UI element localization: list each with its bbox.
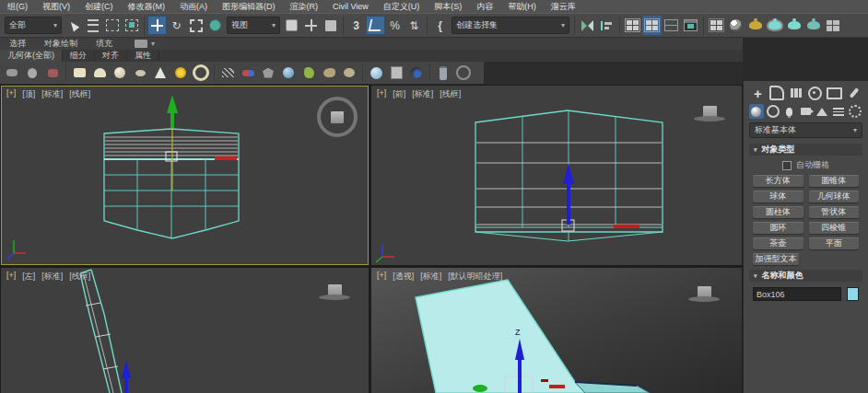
viewport-left[interactable]: [+] [左] [标准] [线框] (1, 268, 369, 393)
shell-icon[interactable] (339, 64, 359, 82)
menu-scripting[interactable]: 脚本(S) (427, 0, 469, 13)
object-color-swatch[interactable] (847, 287, 859, 301)
material-editor-icon[interactable] (726, 16, 745, 35)
autogrid-checkbox[interactable]: 自动栅格 (749, 159, 862, 171)
viewport-top[interactable]: [+] [顶] [标准] [线框] (1, 86, 369, 265)
viewcube[interactable] (688, 286, 720, 302)
paint-select-icon[interactable] (22, 64, 42, 82)
viewport-menu-pov[interactable]: [前] (393, 88, 405, 100)
globe-icon[interactable] (278, 64, 299, 82)
plane-button[interactable]: 平面 (809, 237, 860, 249)
wireframe-object[interactable] (80, 270, 122, 393)
viewport-menu-standard[interactable]: [标准] (41, 271, 63, 283)
lattice-icon[interactable] (217, 64, 238, 82)
render-setup-icon[interactable] (745, 16, 765, 35)
viewcube[interactable] (319, 284, 350, 300)
sphere-button[interactable]: 球体 (753, 191, 803, 202)
move-gizmo[interactable] (563, 163, 574, 225)
curve-editor-icon[interactable] (662, 16, 681, 35)
menu-graph-editors[interactable]: 图形编辑器(D) (215, 0, 283, 13)
torus-button[interactable]: 圆环 (753, 222, 803, 234)
category-cameras-icon[interactable] (799, 104, 814, 119)
capsule-icon[interactable] (238, 64, 258, 82)
use-pivot-point-center-icon[interactable] (282, 16, 301, 35)
select-by-color-icon[interactable] (42, 64, 63, 82)
ribbon-show-panels-icon[interactable] (135, 40, 147, 48)
select-and-scale-icon[interactable] (186, 16, 205, 35)
object-name-input[interactable] (753, 287, 841, 301)
menu-content[interactable]: 内容 (469, 0, 500, 13)
select-and-manipulate-icon[interactable] (301, 16, 321, 35)
ribbon-panel-align[interactable]: 对齐 (95, 50, 127, 62)
toggle-layer-explorer-icon[interactable] (642, 16, 662, 35)
menu-views[interactable]: 视图(V) (35, 0, 77, 13)
viewcube[interactable] (317, 97, 358, 137)
clipboard-icon[interactable] (386, 64, 406, 82)
tab-modify[interactable] (768, 85, 786, 101)
menu-liuyunku-plugin[interactable]: 溜云库 (544, 0, 583, 13)
category-space-warps-icon[interactable] (831, 104, 846, 119)
select-and-rotate-icon[interactable]: ↻ (167, 16, 186, 35)
viewport-menu-general[interactable]: [+] (377, 271, 386, 283)
primitive-category-dropdown[interactable]: 标准基本体 ▾ (749, 122, 862, 138)
viewport-perspective-canvas[interactable]: Z (371, 268, 742, 393)
name-color-rollout-header[interactable]: ▾ 名称和颜色 (749, 270, 862, 282)
angle-snap-toggle-icon[interactable] (366, 16, 385, 35)
viewport-perspective[interactable]: [+] [透视] [标准] [默认明暗处理] Z (371, 268, 742, 393)
ribbon-panel-geometry-all[interactable]: 几何体(全部) (0, 50, 63, 62)
viewport-front[interactable]: [+] [前] [标准] [线框] (371, 86, 742, 265)
help-icon[interactable] (453, 64, 474, 82)
selection-filter-dropdown[interactable]: 全部▾ (5, 17, 62, 34)
rendered-frame-window-icon[interactable] (765, 16, 784, 35)
select-and-move-icon[interactable] (147, 16, 167, 35)
dope-sheet-icon[interactable] (681, 16, 700, 35)
edit-named-selection-sets-icon[interactable]: { (430, 16, 450, 35)
window-crossing-icon[interactable] (122, 16, 141, 35)
teapot-button[interactable]: 茶壶 (753, 237, 803, 249)
cone-button[interactable]: 圆锥体 (809, 175, 860, 187)
menu-help[interactable]: 帮助(H) (500, 0, 544, 13)
render-production-icon[interactable] (784, 16, 803, 35)
ribbon-tab-populate[interactable]: 填充 (87, 38, 122, 50)
object-type-rollout-header[interactable]: ▾ 对象类型 (749, 144, 862, 156)
menu-create[interactable]: 创建(C) (77, 0, 121, 13)
viewport-menu-standard[interactable]: [标准] (41, 88, 63, 100)
named-selection-sets-dropdown[interactable]: 创建选择集▾ (452, 17, 569, 34)
viewport-top-canvas[interactable] (1, 86, 369, 265)
cylinder-button[interactable]: 圆柱体 (753, 206, 803, 218)
menu-customize[interactable]: 自定义(U) (376, 0, 428, 13)
cone-primitive-icon[interactable] (150, 64, 170, 82)
viewport-menu-standard[interactable]: [标准] (420, 271, 441, 283)
slate-material-editor-icon[interactable] (707, 16, 726, 35)
move-gizmo[interactable] (122, 360, 131, 393)
viewport-menu-general[interactable]: [+] (6, 88, 16, 100)
spinner-snap-toggle-icon[interactable]: ⇅ (405, 16, 424, 35)
shaded-object[interactable] (416, 280, 650, 393)
viewport-menu-pov[interactable]: [透视] (393, 271, 414, 283)
text-plus-button[interactable]: 加强型文本 (753, 253, 799, 265)
disc-primitive-icon[interactable] (130, 64, 150, 82)
viewport-front-canvas[interactable] (371, 86, 742, 265)
ribbon-tab-select[interactable]: 选择 (0, 38, 35, 50)
box-primitive-icon[interactable] (69, 64, 89, 82)
viewport-layout-tabs-icon[interactable] (823, 16, 842, 35)
blue-ball-icon[interactable] (366, 64, 386, 82)
category-lights-icon[interactable] (782, 104, 797, 119)
render-iterative-icon[interactable] (803, 16, 823, 35)
toggle-scene-explorer-icon[interactable] (623, 16, 642, 35)
menu-animation[interactable]: 动画(A) (172, 0, 215, 13)
viewport-menu-general[interactable]: [+] (6, 271, 16, 283)
select-by-name-icon[interactable] (83, 16, 102, 35)
pyramid-button[interactable]: 四棱锥 (809, 222, 860, 234)
ribbon-panel-properties[interactable]: 属性 (127, 50, 159, 62)
battery-icon[interactable] (433, 64, 453, 82)
category-helpers-icon[interactable] (815, 104, 829, 119)
viewport-menu-shading[interactable]: [线框] (440, 88, 461, 100)
bird-icon[interactable] (319, 64, 339, 82)
tab-motion[interactable] (806, 85, 824, 101)
tab-utilities[interactable] (845, 85, 862, 101)
viewport-menu-standard[interactable]: [标准] (412, 88, 433, 100)
dark-sphere-icon[interactable] (406, 64, 427, 82)
rectangular-selection-region-icon[interactable] (102, 16, 122, 35)
viewport-left-canvas[interactable] (1, 268, 369, 393)
